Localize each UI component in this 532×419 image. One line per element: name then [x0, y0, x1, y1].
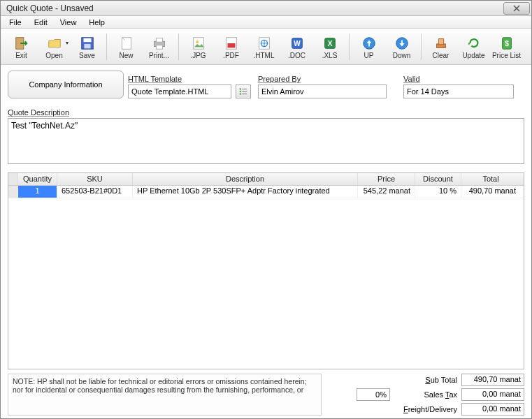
svg-text:X: X: [327, 39, 332, 47]
grid-header: Quantity SKU Description Price Discount …: [8, 173, 524, 186]
svg-rect-28: [242, 91, 247, 91]
company-information-button[interactable]: Company Information: [8, 71, 124, 98]
exit-button[interactable]: Exit: [5, 31, 38, 63]
tax-percent-input[interactable]: [357, 388, 390, 401]
subtotal-label: SSub Totalub Total: [394, 376, 457, 384]
svg-rect-3: [84, 43, 90, 47]
pricelist-icon: $: [499, 36, 515, 51]
valid-label: Valid: [403, 75, 514, 83]
cell-price[interactable]: 545,22 manat: [358, 186, 415, 198]
freight-label: Freight/Delivery: [394, 405, 457, 413]
svg-rect-8: [193, 37, 203, 49]
update-button[interactable]: Update: [457, 31, 490, 63]
clear-icon: [433, 36, 449, 51]
jpg-button[interactable]: .JPG: [182, 31, 215, 63]
html-button[interactable]: .HTML: [247, 31, 280, 63]
salestax-label: Sales Tax: [394, 390, 457, 399]
html-icon: [257, 36, 272, 51]
xls-button[interactable]: X.XLS: [313, 31, 346, 63]
window-title: Quick Quote - Unsaved: [6, 3, 503, 13]
open-button[interactable]: ▾Open: [38, 31, 71, 63]
cell-desc[interactable]: HP Ethernet 10Gb 2P 530SFP+ Adptr Factor…: [133, 186, 358, 198]
col-price[interactable]: Price: [358, 173, 415, 185]
salestax-value: 0,00 manat: [461, 388, 524, 401]
quote-description-label: Quote Description: [8, 108, 524, 117]
close-icon: [512, 5, 521, 12]
update-icon: [466, 36, 482, 51]
print-icon: [152, 36, 167, 51]
quote-description-textarea[interactable]: Test "TechNet.Az": [8, 118, 524, 164]
doc-icon: W: [289, 36, 305, 51]
down-button[interactable]: Down: [385, 31, 418, 63]
col-description[interactable]: Description: [133, 173, 358, 185]
svg-rect-11: [227, 43, 235, 47]
col-sku[interactable]: SKU: [57, 173, 133, 185]
up-button[interactable]: UP: [352, 31, 385, 63]
disclaimer-note: NOTE: HP shall not be liable for technic…: [8, 374, 322, 416]
freight-value: 0,00 manat: [461, 403, 524, 416]
separator: [349, 34, 350, 60]
svg-rect-26: [240, 93, 241, 94]
valid-input[interactable]: [403, 84, 514, 98]
svg-rect-27: [242, 89, 247, 89]
list-icon: [238, 87, 248, 96]
exit-icon: [14, 36, 29, 51]
prepared-by-label: Prepared By: [258, 75, 387, 83]
down-icon: [394, 36, 410, 51]
content: Company Information HTML Template Prepar…: [1, 65, 531, 418]
svg-rect-21: [438, 38, 443, 44]
col-quantity[interactable]: Quantity: [18, 173, 57, 185]
save-icon: [80, 36, 95, 51]
svg-rect-2: [83, 38, 91, 42]
close-button[interactable]: [503, 2, 530, 15]
app-window: Quick Quote - Unsaved File Edit View Hel…: [0, 0, 532, 419]
html-template-input[interactable]: [128, 84, 231, 98]
jpg-icon: [191, 36, 206, 51]
table-row[interactable]: 1 652503-B21#0D1 HP Ethernet 10Gb 2P 530…: [8, 186, 524, 198]
svg-rect-7: [156, 45, 162, 49]
svg-rect-24: [240, 88, 241, 89]
col-discount[interactable]: Discount: [415, 173, 461, 185]
pdf-button[interactable]: .PDF: [215, 31, 247, 63]
subtotal-value: 490,70 manat: [461, 374, 524, 386]
new-icon: [119, 36, 134, 51]
prepared-by-input[interactable]: [258, 84, 387, 98]
separator: [106, 34, 107, 60]
save-button[interactable]: Save: [71, 31, 103, 63]
menu-file[interactable]: File: [3, 17, 27, 27]
separator: [421, 34, 422, 60]
clear-button[interactable]: Clear: [424, 31, 457, 63]
cell-total[interactable]: 490,70 manat: [461, 186, 520, 198]
template-browse-button[interactable]: [236, 84, 251, 98]
cell-sku[interactable]: 652503-B21#0D1: [57, 186, 133, 198]
col-total[interactable]: Total: [461, 173, 520, 185]
dropdown-icon: ▾: [66, 40, 69, 46]
pricelist-button[interactable]: $Price List: [490, 31, 523, 63]
titlebar: Quick Quote - Unsaved: [1, 1, 531, 16]
menubar: File Edit View Help: [1, 16, 531, 29]
svg-point-9: [196, 41, 199, 43]
cell-qty[interactable]: 1: [18, 186, 57, 198]
html-template-label: HTML Template: [128, 75, 231, 83]
menu-help[interactable]: Help: [83, 17, 110, 27]
svg-rect-6: [156, 38, 162, 42]
svg-text:W: W: [294, 39, 301, 47]
doc-button[interactable]: W.DOC: [280, 31, 313, 63]
toolbar: Exit ▾Open Save New Print... .JPG .PDF .…: [1, 29, 531, 65]
print-button[interactable]: Print...: [143, 31, 175, 63]
totals-panel: SSub Totalub Total 490,70 manat Sales Ta…: [329, 374, 524, 416]
pdf-icon: [224, 36, 239, 51]
menu-edit[interactable]: Edit: [29, 17, 53, 27]
open-icon: [47, 36, 62, 51]
svg-rect-25: [240, 91, 241, 92]
cell-disc[interactable]: 10 %: [415, 186, 461, 198]
line-items-grid: Quantity SKU Description Price Discount …: [8, 172, 524, 369]
menu-view[interactable]: View: [55, 17, 82, 27]
svg-rect-29: [242, 94, 247, 94]
separator: [178, 34, 179, 60]
up-icon: [361, 36, 377, 51]
svg-text:$: $: [505, 39, 509, 47]
xls-icon: X: [322, 36, 338, 51]
new-button[interactable]: New: [110, 31, 143, 63]
